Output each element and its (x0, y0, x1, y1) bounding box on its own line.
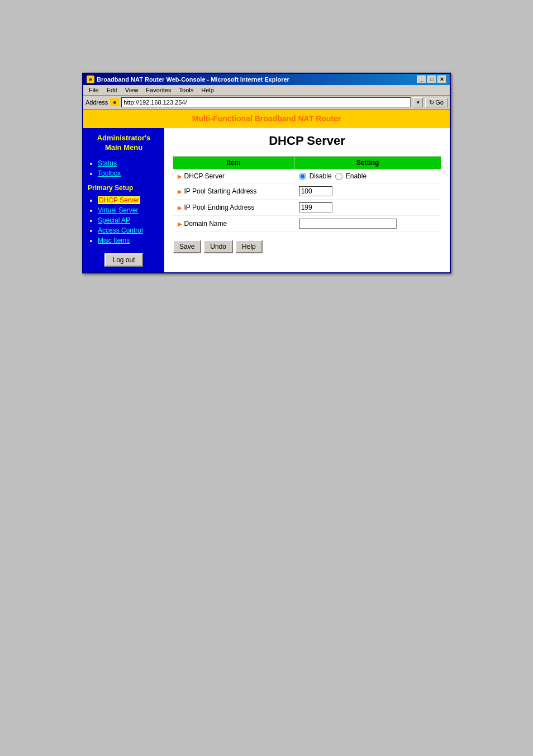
arrow-icon: ▶ (178, 221, 182, 227)
sidebar-link-virtual-server[interactable]: Virtual Server (98, 206, 138, 214)
address-bar: Address e ▼ ↻ Go (83, 96, 450, 110)
sidebar-item-misc-items: Misc Items (98, 237, 160, 244)
arrow-icon: ▶ (178, 188, 182, 195)
go-arrow-icon: ↻ (429, 99, 434, 106)
sidebar-item-special-ap: Special AP (98, 216, 160, 224)
browser-window: e Broadband NAT Router Web-Console - Mic… (82, 73, 451, 273)
ip-pool-end-input[interactable] (299, 202, 332, 212)
menu-favorites[interactable]: Favorites (142, 86, 174, 94)
maximize-button[interactable]: □ (427, 75, 436, 83)
sidebar-section-primary: Primary Setup (88, 184, 160, 192)
sidebar-item-access-control: Access Control (98, 226, 160, 234)
row-label-ip-start: ▶ IP Pool Starting Address (173, 183, 294, 200)
top-banner: Multi-Functional Broadband NAT Router (83, 110, 450, 128)
sidebar-item-virtual-server: Virtual Server (98, 206, 160, 214)
row-setting-ip-end (294, 200, 441, 216)
menu-help[interactable]: Help (198, 86, 217, 94)
page-icon: e (110, 98, 119, 106)
minimize-button[interactable]: _ (417, 75, 426, 83)
sidebar-link-status[interactable]: Status (98, 159, 117, 167)
address-dropdown[interactable]: ▼ (413, 97, 423, 107)
action-buttons: Save Undo Help (173, 240, 441, 253)
ip-pool-start-input[interactable] (299, 186, 332, 196)
arrow-icon: ▶ (178, 205, 182, 211)
sidebar: Administrator's Main Menu Status Toolbox… (83, 128, 164, 272)
dhcp-radio-group: Disable Enable (299, 172, 437, 180)
dhcp-radio-disable[interactable] (299, 173, 306, 180)
dhcp-radio-enable[interactable] (335, 173, 342, 180)
sidebar-nav-main: Status Toolbox (88, 159, 160, 177)
menu-edit[interactable]: Edit (103, 86, 121, 94)
content-area: Multi-Functional Broadband NAT Router Ad… (83, 110, 450, 272)
logout-button[interactable]: Log out (104, 253, 142, 267)
undo-button[interactable]: Undo (203, 240, 233, 253)
row-label-dhcp: ▶ DHCP Server (173, 169, 294, 183)
domain-name-input[interactable] (299, 219, 397, 229)
col-header-item: Item (173, 157, 294, 169)
main-content: DHCP Server Item Setting ▶ (164, 128, 450, 272)
row-setting-dhcp: Disable Enable (294, 169, 441, 183)
page-title: DHCP Server (173, 134, 441, 148)
sidebar-item-dhcp: DHCP Server (98, 196, 160, 204)
sidebar-link-dhcp[interactable]: DHCP Server (98, 196, 140, 204)
main-layout: Administrator's Main Menu Status Toolbox… (83, 128, 450, 272)
sidebar-title: Administrator's Main Menu (88, 134, 160, 153)
browser-icon: e (87, 75, 94, 83)
col-header-setting: Setting (294, 157, 441, 169)
sidebar-link-special-ap[interactable]: Special AP (98, 216, 130, 224)
row-setting-ip-start (294, 183, 441, 200)
sidebar-item-toolbox: Toolbox (98, 169, 160, 177)
window-controls: _ □ ✕ (417, 75, 446, 83)
menu-file[interactable]: File (85, 86, 102, 94)
menu-bar: File Edit View Favorites Tools Help (83, 85, 450, 96)
sidebar-link-access-control[interactable]: Access Control (98, 226, 143, 234)
title-bar: e Broadband NAT Router Web-Console - Mic… (83, 74, 450, 85)
window-title: Broadband NAT Router Web-Console - Micro… (97, 76, 289, 83)
address-label: Address (85, 99, 108, 106)
arrow-icon: ▶ (178, 173, 182, 179)
save-button[interactable]: Save (173, 240, 201, 253)
sidebar-link-misc-items[interactable]: Misc Items (98, 237, 130, 244)
sidebar-primary-setup[interactable]: Primary Setup (88, 184, 160, 192)
close-button[interactable]: ✕ (437, 75, 446, 83)
settings-table: Item Setting ▶ DHCP Server (173, 156, 441, 232)
row-label-domain: ▶ Domain Name (173, 216, 294, 232)
go-button[interactable]: ↻ Go (425, 98, 448, 107)
row-label-ip-end: ▶ IP Pool Ending Address (173, 200, 294, 216)
menu-view[interactable]: View (122, 86, 142, 94)
sidebar-item-status: Status (98, 159, 160, 167)
table-row: ▶ DHCP Server Disable Enable (173, 169, 441, 183)
sidebar-link-toolbox[interactable]: Toolbox (98, 169, 121, 177)
table-row: ▶ IP Pool Ending Address (173, 200, 441, 216)
address-input[interactable] (121, 97, 411, 107)
menu-tools[interactable]: Tools (176, 86, 197, 94)
sidebar-nav-sub: DHCP Server Virtual Server Special AP Ac… (88, 196, 160, 244)
table-row: ▶ IP Pool Starting Address (173, 183, 441, 200)
row-setting-domain (294, 216, 441, 232)
table-row: ▶ Domain Name (173, 216, 441, 232)
help-button[interactable]: Help (235, 240, 263, 253)
